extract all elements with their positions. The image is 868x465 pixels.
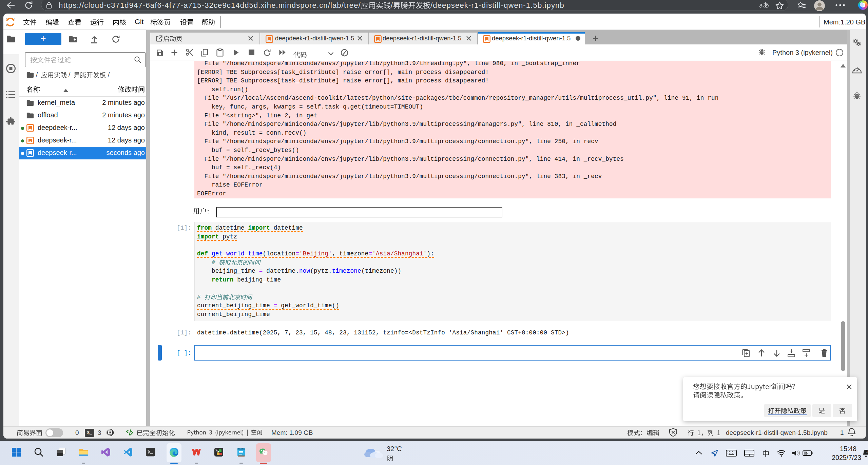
svg-text:z: z [866,450,868,453]
